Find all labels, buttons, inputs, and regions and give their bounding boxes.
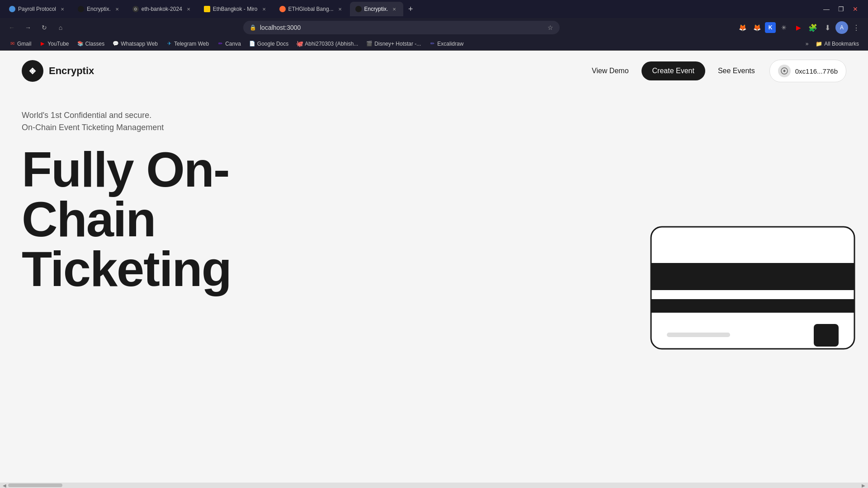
tab-title-ethglobal: ETHGlobal Bang...: [288, 6, 334, 12]
download-button[interactable]: ⬇: [821, 21, 834, 34]
minimize-button[interactable]: —: [821, 4, 832, 14]
bookmark-google-docs-label: Google Docs: [257, 41, 288, 47]
tab-title-github: eth-bankok-2024: [142, 6, 182, 12]
hero-section: World's 1st Confidential and secure. On-…: [0, 91, 868, 488]
keplr-extension[interactable]: K: [765, 22, 776, 33]
tab-bar: Payroll Protocol ✕ Encryptix. ✕ ⊙ eth-ba…: [0, 0, 868, 18]
bookmark-google-docs[interactable]: 📄 Google Docs: [245, 39, 292, 48]
github-bookmark-favicon: 🐙: [297, 41, 303, 47]
tab-title-miro: EthBangkok - Miro: [213, 6, 258, 12]
bookmark-whatsapp-label: Whatsapp Web: [121, 41, 158, 47]
gmail-favicon: ✉: [9, 41, 15, 47]
tab-encryptix1[interactable]: Encryptix. ✕: [72, 2, 126, 16]
menu-button[interactable]: ⋮: [850, 21, 863, 34]
tab-favicon-github: ⊙: [132, 6, 139, 12]
bookmark-star-icon[interactable]: ☆: [547, 24, 553, 31]
tab-payroll[interactable]: Payroll Protocol ✕: [4, 2, 71, 16]
youtube-favicon: ▶: [39, 41, 46, 47]
bookmark-canva[interactable]: ✏ Canva: [213, 39, 245, 48]
profile-button[interactable]: A: [835, 21, 848, 34]
browser-actions: 🦊 🦊 K ✳ ▶ 🧩 ⬇ A ⋮: [736, 21, 863, 34]
new-tab-button[interactable]: +: [404, 3, 417, 15]
svg-rect-18: [667, 333, 730, 337]
home-button[interactable]: ⌂: [54, 21, 67, 34]
tab-miro[interactable]: EthBangkok - Miro ✕: [198, 2, 273, 16]
tab-close-miro[interactable]: ✕: [260, 5, 268, 13]
svg-rect-7: [814, 324, 839, 347]
bookmark-gmail[interactable]: ✉ Gmail: [5, 39, 35, 48]
address-bar: ← → ↻ ⌂ 🔒 localhost:3000 ☆ 🦊 🦊 K ✳ ▶ 🧩 ⬇…: [0, 18, 868, 37]
bookmarks-bar: ✉ Gmail ▶ YouTube 📚 Classes 💬 Whatsapp W…: [0, 37, 868, 51]
bookmark-classes[interactable]: 📚 Classes: [74, 39, 108, 48]
folder-icon: 📁: [816, 41, 822, 47]
worldcoin-extension[interactable]: ✳: [778, 21, 790, 34]
scroll-left-arrow[interactable]: ◀: [1, 482, 8, 488]
bookmark-classes-label: Classes: [85, 41, 105, 47]
tab-close-github[interactable]: ✕: [185, 5, 192, 13]
tab-title-encryptix2: Encryptix.: [364, 6, 388, 12]
tab-favicon-ethglobal: [279, 6, 286, 12]
bookmark-youtube[interactable]: ▶ YouTube: [36, 39, 72, 48]
bookmark-excalidraw[interactable]: ✏ Excalidraw: [425, 39, 467, 48]
svg-point-1: [31, 70, 34, 72]
bookmark-whatsapp[interactable]: 💬 Whatsapp Web: [109, 39, 161, 48]
tab-encryptix2[interactable]: Encryptix. ✕: [350, 2, 404, 16]
all-bookmarks-button[interactable]: 📁 All Bookmarks: [812, 39, 863, 48]
scrollbar-thumb[interactable]: [8, 483, 62, 487]
logo-icon: [22, 60, 43, 82]
google-docs-favicon: 📄: [249, 41, 255, 47]
tab-close-payroll[interactable]: ✕: [59, 5, 66, 13]
tab-favicon-payroll: [9, 6, 15, 12]
tab-favicon-miro: [204, 6, 210, 12]
bookmark-telegram[interactable]: ✈ Telegram Web: [162, 39, 212, 48]
security-icon: 🔒: [250, 24, 256, 31]
svg-rect-5: [651, 299, 854, 313]
metamask-extension[interactable]: 🦊: [750, 21, 763, 34]
tab-ethglobal[interactable]: ETHGlobal Bang... ✕: [274, 2, 349, 16]
telegram-favicon: ✈: [166, 41, 172, 47]
close-button[interactable]: ✕: [850, 4, 861, 14]
bookmark-disney[interactable]: 🎬 Disney+ Hotstar -...: [363, 39, 425, 48]
bookmark-canva-label: Canva: [225, 41, 241, 47]
bookmark-youtube-label: YouTube: [47, 41, 69, 47]
excalidraw-favicon: ✏: [429, 41, 435, 47]
bookmark-disney-label: Disney+ Hotstar -...: [374, 41, 421, 47]
bookmark-excalidraw-label: Excalidraw: [437, 41, 463, 47]
horizontal-scrollbar[interactable]: ◀ ▶: [0, 483, 868, 488]
tab-close-encryptix2[interactable]: ✕: [391, 5, 398, 13]
bookmark-github[interactable]: 🐙 Abhi270303 (Abhish...: [293, 39, 362, 48]
tab-close-ethglobal[interactable]: ✕: [336, 5, 344, 13]
back-button[interactable]: ←: [5, 21, 18, 34]
maximize-button[interactable]: ❐: [835, 4, 846, 14]
website: Encryptix View Demo Create Event See Eve…: [0, 51, 868, 488]
svg-rect-4: [651, 263, 854, 290]
scroll-right-arrow[interactable]: ▶: [860, 482, 867, 488]
forward-button[interactable]: →: [22, 21, 34, 34]
logo-text: Encryptix: [49, 65, 94, 77]
window-controls: — ❐ ✕: [821, 4, 864, 14]
tab-close-encryptix1[interactable]: ✕: [113, 5, 121, 13]
canva-favicon: ✏: [217, 41, 223, 47]
youtube-extension[interactable]: ▶: [792, 21, 805, 34]
tab-title-payroll: Payroll Protocol: [18, 6, 56, 12]
url-bar[interactable]: 🔒 localhost:3000 ☆: [243, 21, 560, 34]
browser-chrome: Payroll Protocol ✕ Encryptix. ✕ ⊙ eth-ba…: [0, 0, 868, 51]
whatsapp-favicon: 💬: [113, 41, 119, 47]
tab-github[interactable]: ⊙ eth-bankok-2024 ✕: [127, 2, 198, 16]
tampermonkey-extension[interactable]: 🦊: [736, 21, 749, 34]
page-content: Encryptix View Demo Create Event See Eve…: [0, 51, 868, 488]
tab-title-encryptix1: Encryptix.: [87, 6, 111, 12]
classes-favicon: 📚: [77, 41, 84, 47]
hero-svg: [597, 73, 868, 353]
extensions-button[interactable]: 🧩: [807, 21, 819, 34]
url-text: localhost:3000: [260, 24, 544, 31]
reload-button[interactable]: ↻: [38, 21, 51, 34]
disney-favicon: 🎬: [366, 41, 373, 47]
bookmark-telegram-label: Telegram Web: [174, 41, 209, 47]
all-bookmarks-label: All Bookmarks: [824, 41, 859, 47]
bookmark-gmail-label: Gmail: [17, 41, 31, 47]
logo-svg: [25, 64, 40, 78]
hero-illustration: [597, 73, 868, 353]
bookmark-github-label: Abhi270303 (Abhish...: [305, 41, 358, 47]
bookmarks-more-button[interactable]: »: [803, 39, 811, 48]
